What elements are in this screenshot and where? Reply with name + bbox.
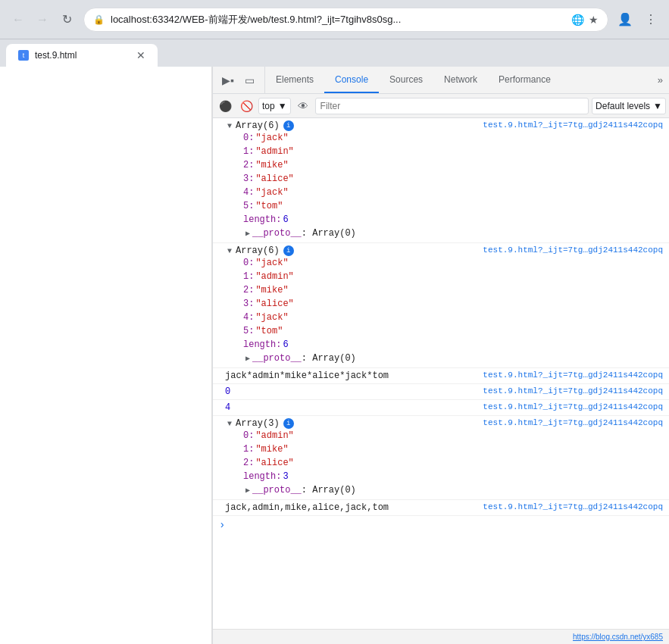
chevron-down-icon: ▼ xyxy=(278,101,287,111)
browser-tab-active[interactable]: t test.9.html ✕ xyxy=(6,44,158,67)
array2-item-1: 1: "admin" xyxy=(243,270,477,283)
array3-item-2: 2: "alice" xyxy=(243,456,477,470)
tab-sources[interactable]: Sources xyxy=(379,67,433,93)
console-entry-array3: Array(3) i 0: "admin" 1: "mike" xyxy=(213,416,669,500)
browser-chrome: ← → ↻ 🔒 localhost:63342/WEB-前端开发/web/tes… xyxy=(0,0,669,39)
bottom-link[interactable]: https://blog.csdn.net/yx685 xyxy=(573,633,663,641)
array1-item-1: 1: "admin" xyxy=(243,145,477,158)
array3-header-line: Array(3) i xyxy=(225,418,477,429)
console-entry-array2: Array(6) i 0: "jack" 1: "admin" xyxy=(213,243,669,368)
array1-proto-toggle[interactable] xyxy=(243,229,252,238)
array3-source[interactable]: test.9.html?_ijt=7tg…gdj2411s442copq xyxy=(480,417,669,429)
refresh-button[interactable]: ↻ xyxy=(56,9,77,30)
address-bar-icons: 🌐 ★ xyxy=(571,14,599,26)
array3-expand-toggle[interactable] xyxy=(225,419,234,428)
array1-item-0: 0: "jack" xyxy=(243,131,477,145)
array2-label: Array(6) xyxy=(236,245,280,256)
console-entry-plain2: jack,admin,mike,alice,jack,tom test.9.ht… xyxy=(213,500,669,516)
array3-label: Array(3) xyxy=(236,418,280,429)
array1-expand-toggle[interactable] xyxy=(225,121,234,130)
array1-label: Array(6) xyxy=(236,120,280,131)
array1-content: Array(6) i 0: "jack" 1: "admin" xyxy=(213,119,480,242)
number4-content: 4 xyxy=(213,401,480,414)
number0-text: 0 xyxy=(225,386,230,397)
array3-info-icon[interactable]: i xyxy=(283,418,294,429)
array3-content: Array(3) i 0: "admin" 1: "mike" xyxy=(213,417,480,499)
array2-expand-toggle[interactable] xyxy=(225,246,234,255)
array3-proto: __proto__ : Array(0) xyxy=(225,483,477,497)
array2-proto: __proto__ : Array(0) xyxy=(225,352,477,365)
chevron-down-icon: ▼ xyxy=(653,101,662,111)
array1-item-2: 2: "mike" xyxy=(243,158,477,172)
translate-icon[interactable]: 🌐 xyxy=(571,14,584,26)
array3-items: 0: "admin" 1: "mike" 2: "alice" xyxy=(225,429,477,470)
tab-close-button[interactable]: ✕ xyxy=(136,49,145,61)
console-entry-number4: 4 test.9.html?_ijt=7tg…gdj2411s442copq xyxy=(213,400,669,416)
console-entry-number0: 0 test.9.html?_ijt=7tg…gdj2411s442copq xyxy=(213,384,669,400)
tab-favicon: t xyxy=(18,50,29,61)
number4-source[interactable]: test.9.html?_ijt=7tg…gdj2411s442copq xyxy=(480,401,669,413)
number4-text: 4 xyxy=(225,402,230,413)
address-bar[interactable]: 🔒 localhost:63342/WEB-前端开发/web/test.9.ht… xyxy=(83,8,608,32)
plain1-text: jack*admin*mike*alice*jack*tom xyxy=(225,370,389,381)
array2-source[interactable]: test.9.html?_ijt=7tg…gdj2411s442copq xyxy=(480,244,669,256)
profile-icon[interactable]: 👤 xyxy=(614,9,636,30)
prompt-arrow: › xyxy=(219,519,225,531)
browser-body: ▶▪ ▭ Elements Console Sources Network Pe… xyxy=(0,67,669,644)
more-tabs-button[interactable]: » xyxy=(652,67,669,93)
tab-bar: t test.9.html ✕ xyxy=(0,39,669,67)
back-button[interactable]: ← xyxy=(8,9,29,30)
tab-network[interactable]: Network xyxy=(433,67,488,93)
array2-item-2: 2: "mike" xyxy=(243,283,477,297)
console-prompt[interactable]: › xyxy=(213,516,669,534)
bookmark-icon[interactable]: ★ xyxy=(589,14,599,26)
filter-input[interactable] xyxy=(315,98,589,114)
inspect-element-button[interactable]: ▶▪ xyxy=(219,71,237,89)
array1-info-icon[interactable]: i xyxy=(283,120,294,131)
console-toolbar: ⚫ 🚫 top ▼ 👁 Default levels ▼ xyxy=(213,94,669,118)
array1-source[interactable]: test.9.html?_ijt=7tg…gdj2411s442copq xyxy=(480,119,669,131)
array2-info-icon[interactable]: i xyxy=(283,245,294,256)
page-content xyxy=(0,67,212,644)
array1-item-3: 3: "alice" xyxy=(243,172,477,186)
plain2-content: jack,admin,mike,alice,jack,tom xyxy=(213,501,480,514)
bottom-bar: https://blog.csdn.net/yx685 xyxy=(213,629,669,644)
device-toolbar-button[interactable]: ▭ xyxy=(240,71,258,89)
array2-header-line: Array(6) i xyxy=(225,245,477,256)
log-levels-selector[interactable]: Default levels ▼ xyxy=(592,98,666,114)
array3-item-1: 1: "mike" xyxy=(243,442,477,456)
plain1-source[interactable]: test.9.html?_ijt=7tg…gdj2411s442copq xyxy=(480,369,669,381)
address-text: localhost:63342/WEB-前端开发/web/test.9.html… xyxy=(111,13,565,27)
array1-length: length: 6 xyxy=(225,213,477,227)
array2-item-3: 3: "alice" xyxy=(243,297,477,311)
devtools-tabs: Elements Console Sources Network Perform… xyxy=(265,67,669,93)
array1-proto: __proto__ : Array(0) xyxy=(225,227,477,240)
array1-header-line: Array(6) i xyxy=(225,120,477,131)
array3-proto-toggle[interactable] xyxy=(243,486,252,495)
array3-item-0: 0: "admin" xyxy=(243,429,477,442)
devtools-toolbar: ▶▪ ▭ Elements Console Sources Network Pe… xyxy=(213,67,669,94)
array2-item-0: 0: "jack" xyxy=(243,256,477,270)
array3-length: length: 3 xyxy=(225,470,477,483)
number0-source[interactable]: test.9.html?_ijt=7tg…gdj2411s442copq xyxy=(480,385,669,397)
filter-toggle-button[interactable]: 🚫 xyxy=(237,97,255,115)
tab-performance[interactable]: Performance xyxy=(488,67,561,93)
forward-button[interactable]: → xyxy=(32,9,53,30)
plain2-text: jack,admin,mike,alice,jack,tom xyxy=(225,502,389,513)
plain2-source[interactable]: test.9.html?_ijt=7tg…gdj2411s442copq xyxy=(480,501,669,513)
tab-console[interactable]: Console xyxy=(324,67,379,93)
array2-length: length: 6 xyxy=(225,338,477,352)
array2-item-4: 4: "jack" xyxy=(243,311,477,324)
array2-proto-toggle[interactable] xyxy=(243,354,252,363)
eye-button[interactable]: 👁 xyxy=(294,97,312,115)
console-output: Array(6) i 0: "jack" 1: "admin" xyxy=(213,118,669,629)
array2-items: 0: "jack" 1: "admin" 2: "mike" 3: xyxy=(225,256,477,338)
tab-elements[interactable]: Elements xyxy=(265,67,324,93)
context-selector[interactable]: top ▼ xyxy=(258,98,291,114)
clear-console-button[interactable]: ⚫ xyxy=(216,97,234,115)
menu-icon[interactable]: ⋮ xyxy=(640,9,661,30)
number0-content: 0 xyxy=(213,385,480,399)
browser-right-icons: 👤 ⋮ xyxy=(614,9,661,30)
array1-item-5: 5: "tom" xyxy=(243,199,477,213)
console-entry-plain1: jack*admin*mike*alice*jack*tom test.9.ht… xyxy=(213,368,669,384)
